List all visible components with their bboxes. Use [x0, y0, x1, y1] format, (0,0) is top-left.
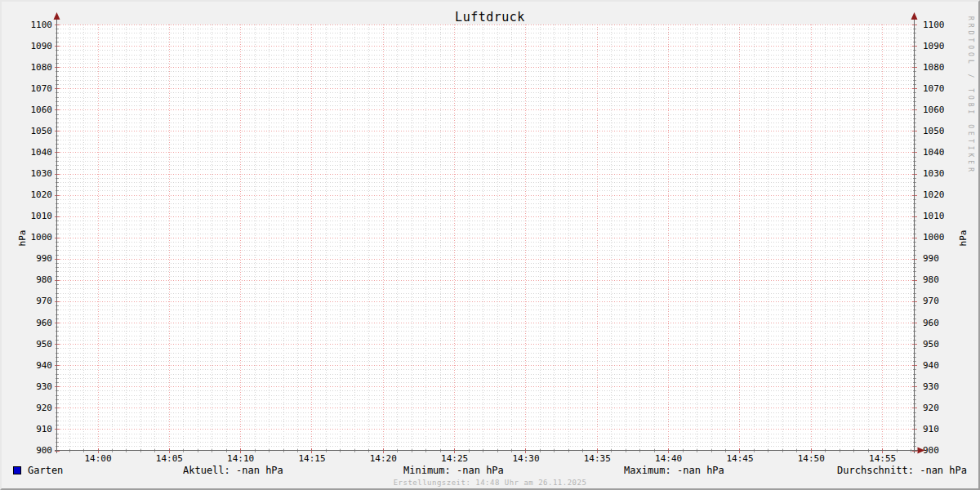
y-tick-label-left: 1060	[21, 105, 52, 115]
y-tick-label-right: 1050	[923, 126, 956, 136]
chart-canvas	[2, 2, 978, 488]
y-tick-label-right: 970	[923, 296, 956, 306]
y-tick-label-left: 1100	[21, 20, 52, 30]
y-tick-label-left: 1050	[21, 126, 52, 136]
x-tick-label: 14:30	[506, 453, 546, 464]
y-tick-label-right: 930	[923, 381, 956, 392]
y-tick-label-left: 1070	[21, 83, 52, 94]
x-tick-label: 14:35	[577, 453, 617, 464]
y-tick-label-right: 990	[923, 253, 956, 264]
y-tick-label-left: 900	[21, 445, 52, 456]
y-tick-label-left: 1010	[21, 211, 52, 221]
x-tick-label: 14:55	[863, 453, 902, 464]
y-tick-label-right: 1020	[923, 189, 956, 200]
stat-maximum: Maximum: -nan hPa	[624, 465, 724, 476]
y-tick-label-left: 910	[21, 424, 52, 434]
y-tick-label-right: 940	[923, 360, 956, 371]
rrdtool-graph: Luftdruck hPa hPa RRDTOOL / TOBI OETIKER…	[0, 0, 980, 490]
x-tick-label: 14:05	[149, 453, 189, 464]
rrdtool-watermark: RRDTOOL / TOBI OETIKER	[967, 16, 974, 175]
legend-color-swatch	[13, 466, 21, 474]
x-tick-label: 14:15	[292, 453, 332, 464]
stat-durchschnitt: Durchschnitt: -nan hPa	[837, 465, 967, 476]
y-tick-label-right: 960	[923, 318, 956, 328]
y-tick-label-left: 1040	[21, 147, 52, 158]
y-tick-label-left: 920	[21, 403, 52, 413]
x-tick-label: 14:40	[649, 453, 688, 464]
y-tick-label-left: 1030	[21, 168, 52, 179]
y-tick-label-right: 910	[923, 424, 956, 434]
y-tick-label-right: 1040	[923, 147, 956, 158]
y-tick-label-left: 1080	[21, 62, 52, 73]
y-tick-label-left: 950	[21, 339, 52, 350]
y-tick-label-left: 940	[21, 360, 52, 371]
y-tick-label-left: 1000	[21, 232, 52, 243]
y-tick-label-right: 1010	[923, 211, 956, 221]
y-tick-label-left: 930	[21, 381, 52, 392]
y-tick-label-left: 960	[21, 318, 52, 328]
y-tick-label-left: 1090	[21, 41, 52, 51]
y-tick-label-left: 970	[21, 296, 52, 306]
creation-timestamp: Erstellungszeit: 14:48 Uhr am 26.11.2025	[2, 479, 978, 487]
y-tick-label-right: 1000	[923, 232, 956, 243]
x-tick-label: 14:45	[720, 453, 760, 464]
legend-row: Garten Aktuell: -nan hPa Minimum: -nan h…	[2, 465, 978, 478]
y-tick-label-right: 1080	[923, 62, 956, 73]
y-tick-label-right: 900	[923, 445, 956, 456]
y-tick-label-right: 1060	[923, 105, 956, 115]
y-tick-label-left: 980	[21, 274, 52, 285]
y-tick-label-right: 920	[923, 403, 956, 413]
stat-minimum: Minimum: -nan hPa	[403, 465, 504, 476]
x-tick-label: 14:20	[363, 453, 403, 464]
legend-series-label: Garten	[28, 465, 63, 476]
y-tick-label-right: 950	[923, 339, 956, 350]
x-tick-label: 14:10	[221, 453, 261, 464]
y-tick-label-right: 1070	[923, 83, 956, 94]
y-tick-label-left: 1020	[21, 189, 52, 200]
x-tick-label: 14:25	[435, 453, 474, 464]
x-tick-label: 14:50	[791, 453, 831, 464]
y-tick-label-right: 1090	[923, 41, 956, 51]
y-tick-label-right: 1100	[923, 20, 956, 30]
y-tick-label-right: 980	[923, 274, 956, 285]
y-tick-label-right: 1030	[923, 168, 956, 179]
y-tick-label-left: 990	[21, 253, 52, 264]
x-tick-label: 14:00	[78, 453, 118, 464]
stat-aktuell: Aktuell: -nan hPa	[183, 465, 283, 476]
y-axis-unit-right: hPa	[958, 225, 969, 252]
